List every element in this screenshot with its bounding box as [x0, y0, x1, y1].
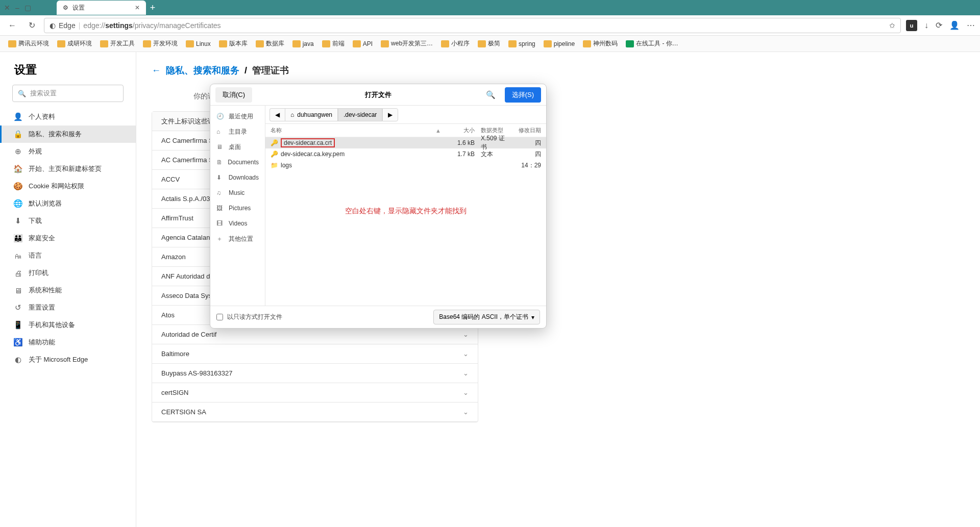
file-row[interactable]: 📁logs14：29 [265, 160, 546, 171]
bookmark-item[interactable]: 数据库 [253, 38, 287, 49]
cancel-button[interactable]: 取消(C) [215, 87, 252, 103]
place-label: 主目录 [229, 128, 247, 136]
sidebar-item[interactable]: 👤个人资料 [0, 108, 136, 126]
cert-row[interactable]: CERTSIGN SA⌄ [152, 403, 478, 422]
sidebar-item[interactable]: 🗛语言 [0, 247, 136, 264]
cert-name: Baltimore [161, 350, 189, 358]
search-icon: 🔍 [18, 90, 26, 97]
bookmark-item[interactable]: 腾讯云环境 [5, 38, 52, 49]
file-row[interactable]: 🔑dev-sidecar.ca.key.pem1.7 kB文本四 [265, 148, 546, 160]
bookmark-item[interactable]: java [289, 39, 317, 49]
places-item[interactable]: 🖥桌面 [210, 139, 265, 155]
bookmark-item[interactable]: spring [505, 39, 538, 49]
window-minimize-icon[interactable]: – [15, 4, 19, 12]
places-item[interactable]: 🖼Pictures [210, 200, 265, 216]
sidebar-item[interactable]: ⬇下载 [0, 212, 136, 230]
search-settings-input[interactable]: 🔍 搜索设置 [12, 85, 124, 102]
avatar-icon[interactable]: 👤 [949, 20, 960, 30]
bookmark-item[interactable]: web开发第三… [378, 38, 436, 49]
back-button[interactable]: ← [5, 18, 19, 33]
favorite-icon[interactable]: ✩ [889, 21, 895, 30]
extension-icon[interactable]: u [906, 20, 917, 31]
bookmark-item[interactable]: 前端 [319, 38, 348, 49]
file-name: logs [281, 162, 444, 169]
more-icon[interactable]: ⋯ [967, 20, 975, 30]
places-item[interactable]: 🗎Documents [210, 155, 265, 170]
history-icon[interactable]: ⟳ [936, 20, 942, 30]
bookmark-item[interactable]: 极简 [475, 38, 503, 49]
refresh-button[interactable]: ↻ [24, 18, 39, 33]
bookmark-item[interactable]: 神州数码 [580, 38, 621, 49]
sidebar-item[interactable]: 🏠开始、主页和新建标签页 [0, 160, 136, 178]
sidebar-item[interactable]: 🌐默认浏览器 [0, 195, 136, 212]
places-item[interactable]: ♫Music [210, 185, 265, 200]
path-segment[interactable]: ⌂duhuangwen [285, 108, 338, 121]
folder-icon [544, 40, 552, 47]
sidebar-item[interactable]: ⊕外观 [0, 143, 136, 160]
window-close-icon[interactable]: ✕ [4, 4, 10, 12]
readonly-checkbox-row[interactable]: 以只读方式打开文件 [216, 313, 282, 321]
cert-row[interactable]: Baltimore⌄ [152, 344, 478, 364]
places-item[interactable]: ⬇Downloads [210, 170, 265, 185]
bookmark-item[interactable]: 成研环境 [54, 38, 95, 49]
bookmark-item[interactable]: 在线工具 - 你… [623, 38, 681, 49]
sidebar-item[interactable]: ♿辅助功能 [0, 334, 136, 351]
bookmark-item[interactable]: 小程序 [438, 38, 473, 49]
col-name[interactable]: 名称 [271, 127, 435, 134]
sort-asc-icon[interactable]: ▲ [435, 128, 441, 134]
sidebar-item[interactable]: 🔒隐私、搜索和服务 [0, 126, 136, 143]
file-filter-dropdown[interactable]: Base64 编码的 ASCII，单个证书 ▾ [433, 310, 540, 324]
new-tab-button[interactable]: + [150, 3, 156, 13]
dialog-search-icon[interactable]: 🔍 [486, 90, 496, 99]
path-back-button[interactable]: ◀ [270, 108, 285, 121]
sidebar-item[interactable]: ↺重置设置 [0, 299, 136, 316]
sidebar-item[interactable]: 🍪Cookie 和网站权限 [0, 178, 136, 195]
breadcrumb-back-icon[interactable]: ← [152, 65, 161, 76]
places-item[interactable]: ＋其他位置 [210, 231, 265, 246]
downloads-icon[interactable]: ↓ [924, 21, 928, 30]
readonly-checkbox[interactable] [216, 314, 223, 320]
breadcrumb-link[interactable]: 隐私、搜索和服务 [166, 64, 239, 77]
bookmark-label: Linux [196, 40, 211, 47]
path-segment[interactable]: .dev-sidecar [338, 108, 382, 121]
path-forward-button[interactable]: ▶ [382, 108, 398, 121]
places-item[interactable]: 🕘最近使用 [210, 109, 265, 124]
search-placeholder: 搜索设置 [30, 89, 57, 98]
window-maximize-icon[interactable]: ▢ [24, 4, 31, 12]
sidebar-item[interactable]: 📱手机和其他设备 [0, 316, 136, 334]
path-label: duhuangwen [297, 111, 332, 118]
select-button[interactable]: 选择(S) [505, 87, 541, 103]
nav-label: 重置设置 [29, 303, 55, 312]
places-item[interactable]: 🎞Videos [210, 216, 265, 231]
close-tab-icon[interactable]: ✕ [135, 4, 140, 11]
nav-label: 手机和其他设备 [29, 320, 75, 330]
sidebar-item[interactable]: 🖨打印机 [0, 264, 136, 282]
sidebar-item[interactable]: ◐关于 Microsoft Edge [0, 351, 136, 368]
sidebar-item[interactable]: 👪家庭安全 [0, 230, 136, 247]
folder-icon [143, 40, 151, 47]
bookmark-item[interactable]: 开发工具 [97, 38, 138, 49]
sidebar-item[interactable]: 🖥系统和性能 [0, 282, 136, 299]
bookmark-item[interactable]: 版本库 [216, 38, 251, 49]
bookmark-item[interactable]: API [350, 39, 376, 49]
breadcrumb-current: 管理证书 [252, 64, 289, 77]
col-date[interactable]: 修改日期 [510, 127, 541, 134]
bookmark-label: 极简 [488, 39, 500, 48]
bookmark-label: java [303, 40, 314, 47]
col-size[interactable]: 大小 [444, 127, 475, 134]
bookmark-item[interactable]: 开发环境 [140, 38, 181, 49]
bookmark-item[interactable]: pipeline [541, 39, 578, 49]
col-type[interactable]: 数据类型 [475, 127, 510, 134]
folder-icon [186, 40, 194, 47]
file-row[interactable]: 🔑dev-sidecar.ca.crt1.6 kBX.509 证书四 [265, 137, 546, 148]
cert-row[interactable]: certSIGN⌄ [152, 383, 478, 403]
address-bar[interactable]: ◐ Edge | edge://settings/privacy/manageC… [44, 18, 901, 33]
main: 设置 🔍 搜索设置 👤个人资料🔒隐私、搜索和服务⊕外观🏠开始、主页和新建标签页🍪… [0, 52, 980, 527]
cert-row[interactable]: Buypass AS-983163327⌄ [152, 364, 478, 383]
annotation-text: 空白处右键，显示隐藏文件夹才能找到 [265, 207, 546, 216]
browser-tab[interactable]: ⚙ 设置 ✕ [57, 1, 146, 15]
place-icon: ♫ [216, 189, 224, 196]
chevron-down-icon: ▾ [531, 314, 534, 321]
bookmark-item[interactable]: Linux [183, 39, 214, 49]
places-item[interactable]: ⌂主目录 [210, 124, 265, 139]
